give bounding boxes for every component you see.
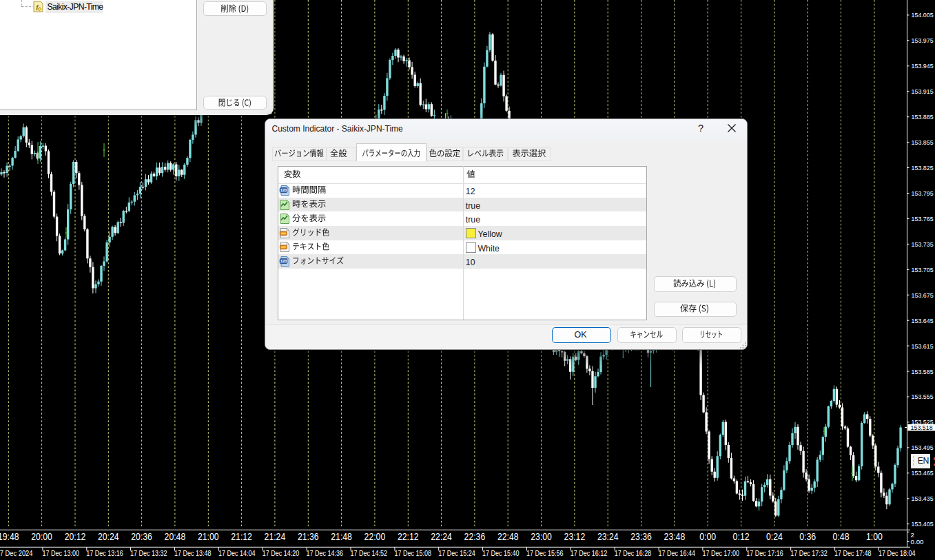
svg-text:153.825: 153.825 [912, 164, 934, 172]
svg-text:17 Dec 16:44: 17 Dec 16:44 [659, 550, 696, 557]
svg-text:17 Dec 14:04: 17 Dec 14:04 [218, 550, 256, 557]
svg-text:0.00: 0.00 [911, 538, 925, 546]
svg-text:153.518: 153.518 [911, 424, 933, 431]
svg-text:22:00: 22:00 [364, 530, 386, 542]
svg-text:17 Dec 13:00: 17 Dec 13:00 [42, 550, 79, 557]
svg-text:21:24: 21:24 [265, 530, 286, 542]
svg-text:2: 2 [911, 531, 914, 539]
svg-text:23:12: 23:12 [564, 530, 586, 542]
svg-text:0:48: 0:48 [833, 530, 850, 542]
svg-text:20:24: 20:24 [98, 530, 119, 542]
svg-text:153.975: 153.975 [912, 37, 934, 44]
svg-text:17 Dec 13:16: 17 Dec 13:16 [86, 550, 123, 557]
svg-text:153.855: 153.855 [912, 138, 934, 146]
svg-text:17 Dec 17:16: 17 Dec 17:16 [746, 550, 783, 557]
svg-text:17 Dec 15:24: 17 Dec 15:24 [438, 550, 475, 557]
svg-text:22:12: 22:12 [398, 530, 419, 542]
svg-text:21:48: 21:48 [331, 530, 352, 542]
svg-text:17 Dec 16:28: 17 Dec 16:28 [615, 550, 652, 557]
svg-text:21:00: 21:00 [198, 530, 219, 542]
svg-text:17 Dec 2024: 17 Dec 2024 [0, 550, 33, 557]
svg-text:17 Dec 14:20: 17 Dec 14:20 [263, 550, 300, 557]
svg-text:153.645: 153.645 [912, 317, 934, 324]
svg-text:17 Dec 15:08: 17 Dec 15:08 [394, 550, 431, 557]
svg-text:19:48: 19:48 [0, 530, 19, 542]
svg-text:22:48: 22:48 [497, 530, 519, 542]
svg-text:1:00: 1:00 [866, 530, 883, 542]
svg-text:17 Dec 14:36: 17 Dec 14:36 [307, 550, 344, 557]
svg-text:20:36: 20:36 [131, 530, 152, 542]
svg-text:123: 123 [280, 259, 287, 263]
svg-text:153.495: 153.495 [912, 444, 934, 451]
svg-text:20:00: 20:00 [31, 530, 52, 542]
svg-text:23:24: 23:24 [597, 530, 619, 542]
svg-text:153.585: 153.585 [912, 368, 934, 375]
svg-text:153.555: 153.555 [912, 393, 934, 400]
svg-text:0:36: 0:36 [799, 530, 816, 542]
svg-text:22:24: 22:24 [431, 530, 452, 542]
svg-text:0:00: 0:00 [699, 530, 716, 542]
svg-text:23:00: 23:00 [531, 530, 552, 542]
svg-text:20:48: 20:48 [165, 530, 186, 542]
svg-text:153.765: 153.765 [912, 215, 934, 222]
svg-text:153.795: 153.795 [912, 189, 934, 197]
svg-text:21:12: 21:12 [231, 530, 252, 542]
svg-text:153.615: 153.615 [912, 342, 934, 350]
svg-text:0:24: 0:24 [766, 530, 783, 542]
svg-text:17 Dec 17:00: 17 Dec 17:00 [702, 550, 739, 557]
svg-text:17 Dec 13:32: 17 Dec 13:32 [130, 550, 167, 557]
svg-text:22:36: 22:36 [464, 530, 486, 542]
svg-text:17 Dec 17:48: 17 Dec 17:48 [834, 550, 872, 557]
svg-text:17 Dec 13:48: 17 Dec 13:48 [174, 550, 212, 557]
svg-text:0:12: 0:12 [733, 530, 750, 542]
svg-text:153.435: 153.435 [912, 495, 934, 502]
svg-text:17 Dec 14:52: 17 Dec 14:52 [351, 550, 388, 557]
svg-text:17 Dec 17:32: 17 Dec 17:32 [790, 550, 828, 557]
svg-text:153.705: 153.705 [912, 266, 934, 273]
svg-text:21:36: 21:36 [298, 530, 319, 542]
svg-text:154.005: 154.005 [912, 11, 934, 19]
svg-text:20:12: 20:12 [65, 530, 86, 542]
svg-text:153.675: 153.675 [912, 291, 934, 299]
svg-text:153.405: 153.405 [912, 520, 934, 528]
svg-text:153.945: 153.945 [912, 62, 934, 70]
svg-text:17 Dec 18:04: 17 Dec 18:04 [879, 550, 916, 557]
svg-text:153.735: 153.735 [912, 240, 934, 248]
svg-text:153.885: 153.885 [912, 113, 934, 121]
svg-text:153.465: 153.465 [912, 469, 934, 477]
svg-text:23:36: 23:36 [630, 530, 652, 542]
svg-text:153.915: 153.915 [912, 87, 934, 95]
svg-text:17 Dec 15:40: 17 Dec 15:40 [482, 550, 520, 557]
svg-text:17 Dec 15:56: 17 Dec 15:56 [526, 550, 564, 557]
svg-text:17 Dec 16:12: 17 Dec 16:12 [571, 550, 608, 557]
svg-text:123: 123 [280, 188, 287, 192]
svg-text:23:48: 23:48 [664, 530, 686, 542]
